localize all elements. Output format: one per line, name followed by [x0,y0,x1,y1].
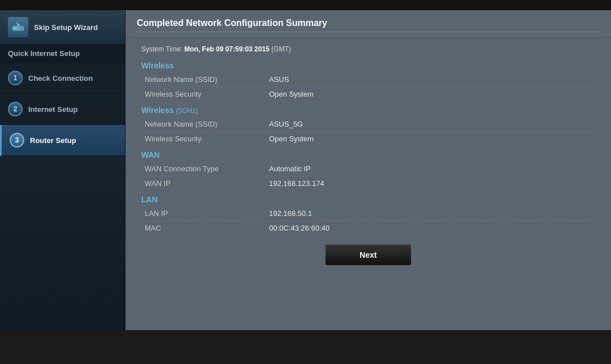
svg-point-1 [14,28,16,29]
page-title: Completed Network Configuration Summary [137,18,600,28]
row-value: 00:0C:43:26:60:40 [266,221,595,236]
row-value: Automatic IP [266,162,595,176]
table-row: WAN Connection Type Automatic IP [141,162,595,176]
next-button[interactable]: Next [325,244,411,266]
sidebar: Skip Setup Wizard Quick Internet Setup 1… [0,10,125,330]
table-row: Network Name (SSID) ASUS [141,72,595,87]
wireless5g-table: Network Name (SSID) ASUS_5G Wireless Sec… [141,117,595,146]
row-value: Open System [266,132,595,146]
row-label: Wireless Security [141,132,266,146]
table-row: LAN IP 192.168.50.1 [141,206,595,221]
row-label: Network Name (SSID) [141,117,266,132]
sidebar-item-label: Router Setup [30,136,76,145]
skip-setup-label: Skip Setup Wizard [34,23,98,32]
wan-section-title: WAN [141,150,595,159]
wireless5g-section-title: Wireless (5GHz) [141,106,595,115]
row-label: WAN IP [141,176,266,191]
table-row: WAN IP 192.168.123.174 [141,176,595,191]
skip-setup-icon [8,17,28,37]
row-label: WAN Connection Type [141,162,266,176]
wan-table: WAN Connection Type Automatic IP WAN IP … [141,162,595,190]
row-value: Open System [266,87,595,102]
sidebar-item-internet-setup[interactable]: 2 Internet Setup [0,94,125,125]
nav-circle-1: 1 [8,71,23,85]
content-area: Completed Network Configuration Summary … [125,10,611,330]
svg-point-3 [19,28,20,29]
system-time-value: Mon, Feb 09 07:59:03 2015 [184,45,270,53]
router-svg-icon [11,20,25,34]
main-container: Skip Setup Wizard Quick Internet Setup 1… [0,10,611,330]
svg-point-2 [16,28,18,29]
sidebar-item-check-connection[interactable]: 1 Check Connection [0,63,125,94]
svg-line-5 [18,24,19,26]
row-label: Wireless Security [141,87,266,102]
quick-internet-heading: Quick Internet Setup [0,45,125,63]
row-value: ASUS [266,72,595,87]
wireless-section-title: Wireless [141,61,595,70]
lan-section-title: LAN [141,195,595,204]
skip-setup-button[interactable]: Skip Setup Wizard [0,10,125,45]
system-time-tz: (GMT) [271,45,291,53]
next-button-container: Next [141,244,595,266]
table-row: Wireless Security Open System [141,87,595,102]
row-label: LAN IP [141,206,266,221]
row-value: ASUS_5G [266,117,595,132]
top-bar [0,0,611,10]
table-row: Network Name (SSID) ASUS_5G [141,117,595,132]
row-label: MAC [141,221,266,236]
nav-circle-3: 3 [10,133,24,148]
content-header: Completed Network Configuration Summary [125,10,611,38]
sidebar-item-label: Internet Setup [28,105,77,114]
header-divider [137,32,600,32]
row-label: Network Name (SSID) [141,72,266,87]
table-row: Wireless Security Open System [141,132,595,146]
bottom-bar [0,330,611,364]
table-row: MAC 00:0C:43:26:60:40 [141,221,595,236]
sidebar-item-router-setup[interactable]: 3 Router Setup [0,125,125,156]
row-value: 192.168.50.1 [266,206,595,221]
lan-table: LAN IP 192.168.50.1 MAC 00:0C:43:26:60:4… [141,206,595,235]
row-value: 192.168.123.174 [266,176,595,191]
system-time: System Time: Mon, Feb 09 07:59:03 2015 (… [141,45,595,53]
content-body: System Time: Mon, Feb 09 07:59:03 2015 (… [125,38,611,330]
wireless-table: Network Name (SSID) ASUS Wireless Securi… [141,72,595,101]
nav-circle-2: 2 [8,102,23,116]
sidebar-item-label: Check Connection [28,74,93,83]
